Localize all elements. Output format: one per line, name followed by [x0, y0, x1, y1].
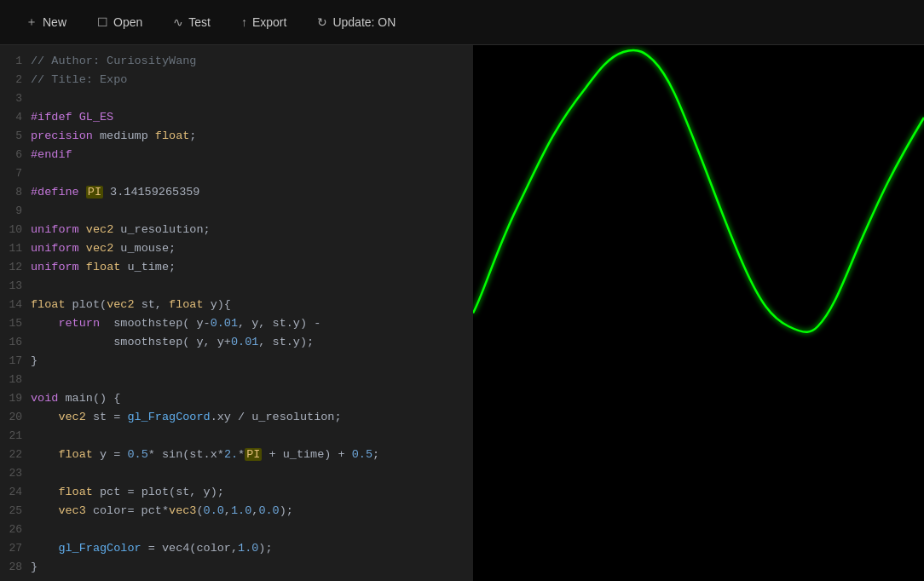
table-row: 23	[0, 464, 473, 483]
table-row: 16 smoothstep( y, y+0.01, st.y);	[0, 333, 473, 352]
folder-icon: ☐	[97, 15, 108, 29]
test-label: Test	[188, 15, 211, 29]
table-row: 12 uniform float u_time;	[0, 258, 473, 277]
update-label: Update: ON	[332, 15, 396, 29]
table-row: 6 #endif	[0, 146, 473, 164]
export-label: Export	[252, 15, 286, 29]
table-row: 9	[0, 202, 473, 221]
new-button[interactable]: ＋ New	[14, 9, 78, 35]
upload-icon: ↑	[241, 15, 247, 29]
table-row: 11 uniform vec2 u_mouse;	[0, 239, 473, 258]
refresh-icon: ↻	[317, 15, 327, 29]
chart-icon: ∿	[173, 15, 183, 29]
table-row: 3	[0, 89, 473, 108]
table-row: 22 float y = 0.5* sin(st.x*2.*PI + u_tim…	[0, 446, 473, 464]
table-row: 14 float plot(vec2 st, float y){	[0, 296, 473, 314]
table-row: 13	[0, 277, 473, 296]
table-row: 4 #ifdef GL_ES	[0, 108, 473, 127]
table-row: 5 precision mediump float;	[0, 127, 473, 146]
open-button[interactable]: ☐ Open	[85, 10, 154, 34]
table-row: 21	[0, 427, 473, 446]
main-area: 1 // Author: CuriosityWang 2 // Title: E…	[0, 45, 924, 581]
new-label: New	[43, 15, 66, 29]
table-row: 8 #define PI 3.14159265359	[0, 183, 473, 202]
table-row: 15 return smoothstep( y-0.01, y, st.y) -	[0, 314, 473, 333]
export-button[interactable]: ↑ Export	[229, 10, 298, 34]
table-row: 7	[0, 164, 473, 183]
table-row: 1 // Author: CuriosityWang	[0, 52, 473, 71]
svg-rect-0	[473, 45, 924, 581]
preview-panel	[473, 45, 924, 581]
update-button[interactable]: ↻ Update: ON	[305, 10, 407, 34]
table-row: 19 void main() {	[0, 389, 473, 408]
table-row: 10 uniform vec2 u_resolution;	[0, 221, 473, 239]
open-label: Open	[113, 15, 142, 29]
sine-wave-preview	[473, 45, 924, 581]
table-row: 25 vec3 color= pct*vec3(0.0,1.0,0.0);	[0, 502, 473, 521]
table-row: 17 }	[0, 352, 473, 371]
table-row: 2 // Title: Expo	[0, 71, 473, 89]
plus-icon: ＋	[26, 14, 38, 30]
test-button[interactable]: ∿ Test	[161, 10, 222, 34]
table-row: 24 float pct = plot(st, y);	[0, 483, 473, 502]
table-row: 26	[0, 521, 473, 539]
code-lines: 1 // Author: CuriosityWang 2 // Title: E…	[0, 52, 473, 577]
table-row: 20 vec2 st = gl_FragCoord.xy / u_resolut…	[0, 408, 473, 427]
code-editor[interactable]: 1 // Author: CuriosityWang 2 // Title: E…	[0, 45, 473, 581]
table-row: 28 }	[0, 558, 473, 577]
table-row: 27 gl_FragColor = vec4(color,1.0);	[0, 539, 473, 558]
toolbar: ＋ New ☐ Open ∿ Test ↑ Export ↻ Update: O…	[0, 0, 924, 45]
table-row: 18	[0, 371, 473, 389]
